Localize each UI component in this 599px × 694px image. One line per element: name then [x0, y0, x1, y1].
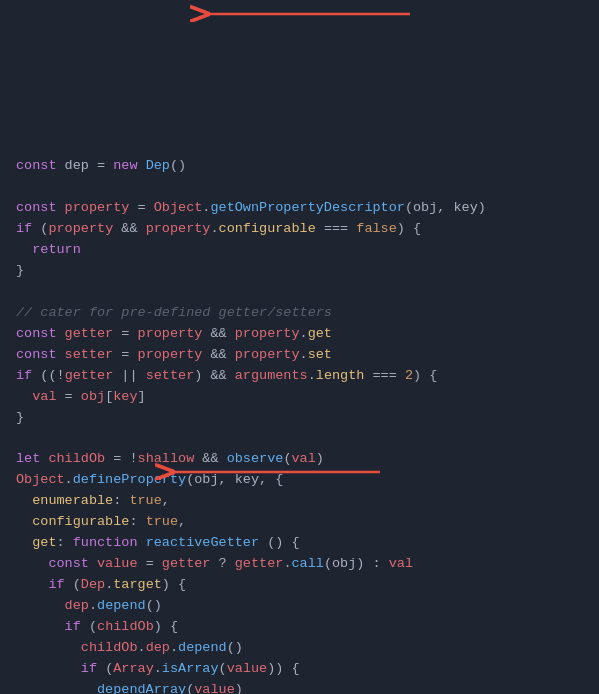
line-9: const getter = property && property.get: [16, 326, 332, 341]
line-16: Object.defineProperty(obj, key, {: [16, 472, 283, 487]
line-22: dep.depend(): [16, 598, 162, 613]
line-12: val = obj[key]: [16, 389, 146, 404]
line-20: const value = getter ? getter.call(obj) …: [16, 556, 413, 571]
line-18: configurable: true,: [16, 514, 186, 529]
line-14: [16, 430, 24, 445]
line-23: if (childOb) {: [16, 619, 178, 634]
line-13: }: [16, 410, 24, 425]
line-25: if (Array.isArray(value)) {: [16, 661, 300, 676]
line-15: let childOb = !shallow && observe(val): [16, 451, 324, 466]
code-editor: const dep = new Dep() const property = O…: [0, 0, 599, 694]
line-19: get: function reactiveGetter () {: [16, 535, 300, 550]
line-5: return: [16, 242, 81, 257]
line-11: if ((!getter || setter) && arguments.len…: [16, 368, 437, 383]
line-4: if (property && property.configurable ==…: [16, 221, 421, 236]
line-10: const setter = property && property.set: [16, 347, 332, 362]
line-1: const dep = new Dep(): [16, 158, 186, 173]
line-6: }: [16, 263, 24, 278]
line-21: if (Dep.target) {: [16, 577, 186, 592]
line-17: enumerable: true,: [16, 493, 170, 508]
line-8: // cater for pre-defined getter/setters: [16, 305, 332, 320]
line-7: [16, 284, 24, 299]
line-24: childOb.dep.depend(): [16, 640, 243, 655]
line-3: const property = Object.getOwnPropertyDe…: [16, 200, 486, 215]
line-2: [16, 179, 24, 194]
line-26: dependArray(value): [16, 682, 243, 695]
arrow1-svg: [190, 4, 420, 26]
